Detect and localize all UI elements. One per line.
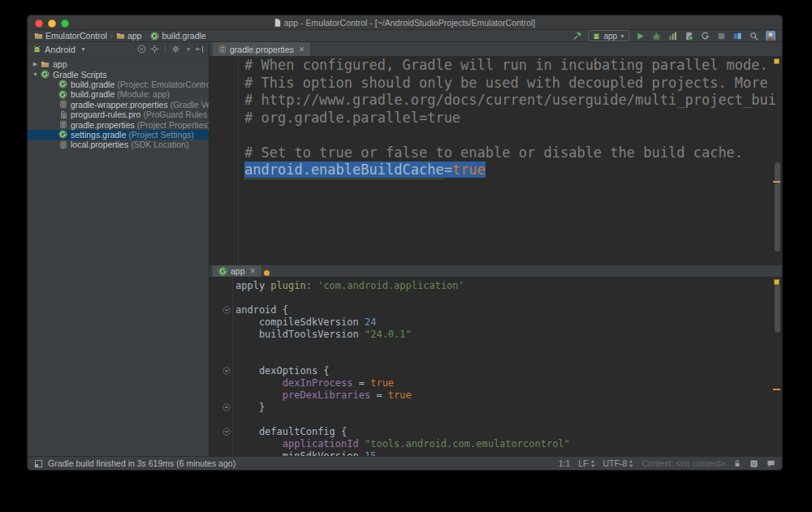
run-with-coverage-button[interactable] bbox=[684, 31, 694, 41]
gradle-file-icon bbox=[218, 267, 227, 276]
run-configuration-select[interactable]: app▼ bbox=[588, 30, 629, 41]
modified-indicator-dot bbox=[264, 270, 270, 276]
tree-item-build-gradle[interactable]: build.gradle (Module: app) bbox=[28, 89, 209, 99]
code-line bbox=[209, 414, 782, 426]
close-window-button[interactable] bbox=[35, 19, 43, 28]
gradle-icon bbox=[150, 32, 159, 41]
code-line: applicationId "tools.android.com.emulato… bbox=[209, 438, 782, 450]
hide-panel-icon[interactable] bbox=[195, 45, 204, 54]
encoding-select[interactable]: UTF-8 bbox=[603, 458, 634, 468]
device-manager-button[interactable] bbox=[732, 31, 743, 41]
properties-file-icon bbox=[218, 45, 227, 54]
code-line bbox=[209, 353, 782, 365]
line-separator-select[interactable]: LF bbox=[578, 458, 594, 468]
stripe-mark[interactable] bbox=[773, 389, 780, 390]
toolwindow-toggle-icon[interactable] bbox=[34, 459, 43, 468]
breadcrumb-item-emulatorcontrol[interactable]: EmulatorControl bbox=[34, 31, 107, 41]
divider bbox=[165, 45, 166, 54]
folder-icon bbox=[116, 32, 125, 41]
code-line: android.enableBuildCache=true bbox=[209, 161, 782, 179]
debug-button[interactable] bbox=[651, 31, 662, 41]
tree-item-gradle-wrapper-properties[interactable]: gradle-wrapper.properties (Gradle Versio… bbox=[28, 100, 209, 110]
scrollbar-thumb[interactable] bbox=[775, 284, 780, 333]
breadcrumb: EmulatorControl›app›build.gradle bbox=[34, 31, 206, 41]
tree-item-app[interactable]: ▶app bbox=[28, 59, 209, 69]
run-toolbar: app▼ bbox=[572, 30, 775, 41]
code-line: # http://www.gradle.org/docs/current/use… bbox=[209, 92, 782, 110]
editor-tabbar-bottom: app ✕ bbox=[209, 265, 782, 278]
tree-item-local-properties[interactable]: local.properties (SDK Location) bbox=[28, 140, 209, 149]
tree-collapsed-arrow-icon[interactable]: ▶ bbox=[31, 61, 40, 67]
tree-item-gradle-properties[interactable]: gradle.properties (Project Properties) bbox=[28, 119, 209, 129]
tree-expanded-arrow-icon[interactable]: ▼ bbox=[31, 71, 40, 77]
gradle-icon bbox=[58, 80, 68, 88]
project-view-selector[interactable]: Android bbox=[45, 45, 76, 54]
context-indicator: Context: <no context> bbox=[641, 458, 725, 468]
code-line: compileSdkVersion 24 bbox=[209, 316, 782, 329]
updown-icon bbox=[590, 460, 595, 467]
lock-icon[interactable] bbox=[733, 459, 741, 467]
navigation-toolbar: EmulatorControl›app›build.gradle app▼ bbox=[28, 30, 782, 42]
caret-position: 1:1 bbox=[559, 458, 571, 468]
close-tab-icon[interactable]: ✕ bbox=[299, 45, 305, 54]
code-line bbox=[209, 292, 782, 304]
make-button[interactable] bbox=[572, 31, 582, 41]
text-selection: android.enableBuildCache=true bbox=[244, 161, 486, 178]
locate-icon[interactable] bbox=[150, 45, 159, 54]
code-line: dexInProcess = true bbox=[209, 377, 782, 389]
window-controls bbox=[35, 19, 69, 28]
tree-item-gradle-scripts[interactable]: ▼Gradle Scripts bbox=[28, 69, 209, 79]
editor-tabbar-top: gradle.properties ✕ bbox=[209, 42, 782, 57]
editor-gradle-properties[interactable]: # When configured, Gradle will run in in… bbox=[209, 57, 782, 265]
breadcrumb-separator: › bbox=[110, 32, 113, 40]
breadcrumb-item-app[interactable]: app bbox=[116, 31, 142, 41]
attach-debugger-button[interactable] bbox=[700, 31, 710, 41]
code-line: # This option should only be used with d… bbox=[209, 75, 782, 93]
fold-open-icon[interactable] bbox=[222, 306, 231, 314]
inspection-status-icon[interactable] bbox=[774, 58, 780, 64]
updown-icon bbox=[628, 460, 633, 467]
chevron-down-icon: ▼ bbox=[80, 46, 86, 52]
fold-open-icon[interactable] bbox=[222, 428, 231, 436]
file-icon bbox=[58, 110, 68, 119]
close-tab-icon[interactable]: ✕ bbox=[250, 267, 257, 275]
minimize-window-button[interactable] bbox=[48, 19, 56, 28]
search-everywhere-button[interactable] bbox=[749, 31, 759, 41]
profile-button[interactable] bbox=[667, 31, 678, 41]
fold-open-icon[interactable] bbox=[222, 367, 231, 375]
zoom-window-button[interactable] bbox=[61, 19, 69, 28]
close-icon[interactable] bbox=[137, 45, 146, 54]
fold-close-icon[interactable] bbox=[222, 403, 231, 411]
title-bar: app - EmulatorControl - [~/AndroidStudio… bbox=[28, 15, 782, 30]
run-config-icon bbox=[592, 32, 601, 41]
tab-app-build-gradle[interactable]: app ✕ bbox=[213, 265, 262, 277]
props-icon bbox=[58, 120, 68, 129]
code-line bbox=[209, 127, 782, 144]
breadcrumb-item-build-gradle[interactable]: build.gradle bbox=[150, 31, 205, 41]
run-button[interactable] bbox=[635, 31, 646, 41]
gradle-icon bbox=[58, 90, 68, 99]
status-bar: Gradle build finished in 3s 619ms (6 min… bbox=[28, 456, 782, 470]
code-line: dexOptions { bbox=[209, 365, 782, 377]
folder-icon bbox=[40, 60, 50, 69]
editor-build-gradle[interactable]: apply plugin: 'com.android.application'a… bbox=[209, 278, 782, 456]
code-line: defaultConfig { bbox=[209, 426, 782, 438]
project-panel: Android ▼ ▼ ▶app▼Gradle Scriptsbuild.gra… bbox=[28, 42, 209, 456]
inspector-icon[interactable] bbox=[749, 459, 758, 468]
gradle-icon bbox=[40, 70, 50, 79]
scrollbar-thumb[interactable] bbox=[775, 162, 780, 252]
tree-item-settings-gradle[interactable]: settings.gradle (Project Settings) bbox=[28, 130, 209, 140]
code-line: # Set to true or false to enable or disa… bbox=[209, 144, 782, 162]
android-icon bbox=[32, 45, 41, 54]
tree-item-proguard-rules-pro[interactable]: proguard-rules.pro (ProGuard Rules for a… bbox=[28, 110, 209, 119]
breadcrumb-separator: › bbox=[145, 32, 147, 40]
chevron-down-icon: ▼ bbox=[186, 47, 191, 52]
tree-item-build-gradle[interactable]: build.gradle (Project: EmulatorControl) bbox=[28, 80, 209, 89]
event-log-icon[interactable] bbox=[767, 459, 775, 468]
gradle-icon bbox=[58, 130, 68, 139]
code-line: # When configured, Gradle will run in in… bbox=[209, 57, 782, 75]
tab-gradle-properties[interactable]: gradle.properties ✕ bbox=[213, 42, 311, 56]
stop-button[interactable] bbox=[716, 31, 727, 41]
settings-gear-icon[interactable] bbox=[171, 45, 180, 54]
avatar-button[interactable] bbox=[765, 31, 775, 41]
